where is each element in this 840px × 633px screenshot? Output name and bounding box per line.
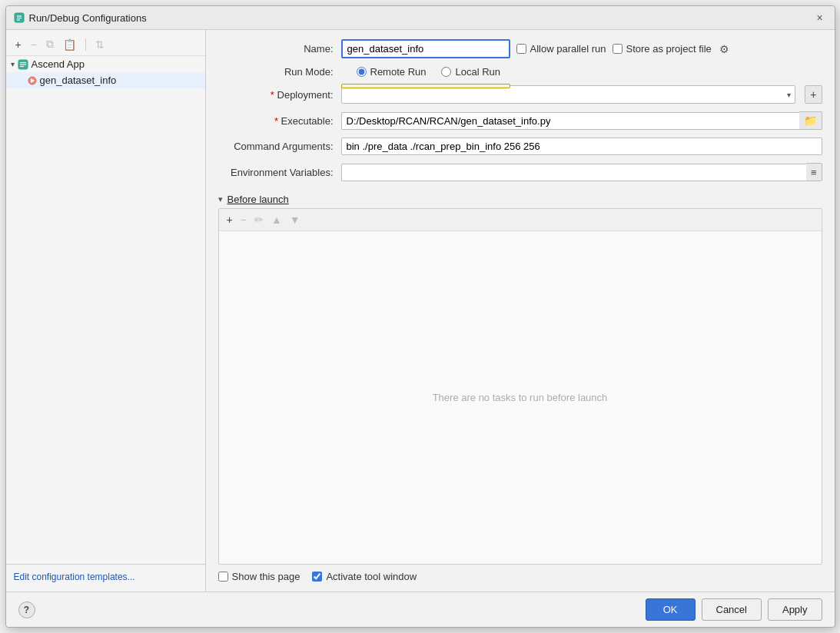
right-panel: Name: Allow parallel run Store as projec… [206,30,835,592]
before-launch-toolbar: + − ✏ ▲ ▼ [219,209,822,231]
before-launch-remove-button[interactable]: − [237,212,250,227]
env-vars-label: Environment Variables: [218,167,341,178]
sidebar-bottom: Edit configuration templates... [6,564,205,588]
deployment-add-button[interactable]: + [805,85,822,104]
dialog-title: Run/Debug Configurations [29,12,147,24]
before-launch-down-button[interactable]: ▼ [287,212,304,227]
sidebar-toolbar: + − ⧉ 📋 ⇅ [6,33,205,56]
env-vars-input[interactable] [341,164,806,181]
footer-buttons: OK Cancel Apply [646,598,822,621]
env-vars-controls: ≡ [341,163,822,181]
allow-parallel-label: Allow parallel run [516,43,606,55]
paste-config-button[interactable]: 📋 [60,37,79,52]
before-launch-title: Before launch [227,194,289,205]
show-page-label: Show this page [218,571,300,582]
dialog-icon [14,12,25,23]
add-config-button[interactable]: + [12,37,25,52]
ascend-app-icon [18,59,28,70]
activate-tool-checkbox[interactable] [312,572,322,582]
before-launch-section-header: ▾ Before launch [218,194,822,205]
title-bar-left: Run/Debug Configurations [14,12,147,24]
dialog-footer: ? OK Cancel Apply [6,592,835,627]
ok-button[interactable]: OK [646,598,696,621]
gear-button[interactable]: ⚙ [718,43,731,55]
deployment-row: Deployment: ▾ + [218,85,822,104]
executable-label: Executable: [218,115,341,127]
before-launch-area: + − ✏ ▲ ▼ There are no tasks to run befo… [218,208,822,565]
command-args-input[interactable] [341,138,822,155]
deployment-select[interactable] [341,85,796,104]
main-area: + − ⧉ 📋 ⇅ ▾ Ascend App [6,30,835,592]
env-vars-edit-button[interactable]: ≡ [806,163,822,181]
deployment-dropdown-container: ▾ [341,85,796,104]
executable-input-group: 📁 [341,111,822,130]
store-project-checkbox[interactable] [613,44,623,54]
show-page-checkbox[interactable] [218,572,228,582]
executable-controls: 📁 [341,111,822,130]
name-row: Name: Allow parallel run Store as projec… [218,39,822,58]
local-run-radio[interactable] [441,67,451,77]
run-mode-row: Run Mode: Remote Run Local Run [218,66,822,78]
tree-group-ascend-app[interactable]: ▾ Ascend App [6,56,205,72]
remote-run-radio[interactable] [357,67,367,77]
remove-config-button[interactable]: − [28,37,40,52]
store-project-label: Store as project file [613,43,712,55]
before-launch-edit-button[interactable]: ✏ [251,212,267,227]
executable-browse-button[interactable]: 📁 [799,111,822,130]
command-args-row: Command Arguments: [218,138,822,155]
local-run-label: Local Run [441,66,500,78]
toolbar-divider [85,38,86,51]
name-controls: Allow parallel run Store as project file… [341,39,822,58]
tree-group-label: Ascend App [32,58,85,70]
remote-run-label: Remote Run [357,66,427,78]
env-vars-row: Environment Variables: ≡ [218,163,822,181]
executable-input[interactable] [341,112,799,130]
help-button[interactable]: ? [18,602,35,618]
config-item-icon [28,76,37,85]
bottom-checkboxes: Show this page Activate tool window [218,571,822,582]
run-mode-label: Run Mode: [218,66,341,78]
browse-icon: 📁 [804,114,817,127]
title-bar: Run/Debug Configurations × [6,6,835,30]
deployment-label: Deployment: [218,89,341,101]
apply-button[interactable]: Apply [768,598,822,621]
copy-config-button[interactable]: ⧉ [43,36,57,52]
edit-templates-link[interactable]: Edit configuration templates... [14,572,135,582]
command-args-controls [341,138,822,155]
name-input[interactable] [341,39,510,58]
close-button[interactable]: × [813,11,827,25]
env-edit-icon: ≡ [811,167,817,178]
cancel-button[interactable]: Cancel [702,598,762,621]
tree-child-label: gen_dataset_info [40,75,117,86]
before-launch-empty-message: There are no tasks to run before launch [219,231,822,564]
tree-child-gen-dataset-info[interactable]: gen_dataset_info [6,72,205,88]
before-launch-up-button[interactable]: ▲ [268,212,285,227]
allow-parallel-checkbox[interactable] [516,44,526,54]
sidebar: + − ⧉ 📋 ⇅ ▾ Ascend App [6,30,206,592]
env-vars-input-group: ≡ [341,163,822,181]
name-label: Name: [218,43,341,55]
sort-config-button[interactable]: ⇅ [92,37,108,52]
run-debug-dialog: Run/Debug Configurations × + − ⧉ 📋 ⇅ ▾ [5,5,835,628]
command-args-label: Command Arguments: [218,141,341,152]
before-launch-add-button[interactable]: + [224,212,236,227]
tree-group-arrow: ▾ [11,60,15,68]
executable-row: Executable: 📁 [218,111,822,130]
activate-tool-label: Activate tool window [312,571,417,582]
deployment-add-icon: + [810,88,816,101]
deployment-controls: ▾ + [341,85,822,104]
before-launch-collapse-button[interactable]: ▾ [218,194,223,204]
